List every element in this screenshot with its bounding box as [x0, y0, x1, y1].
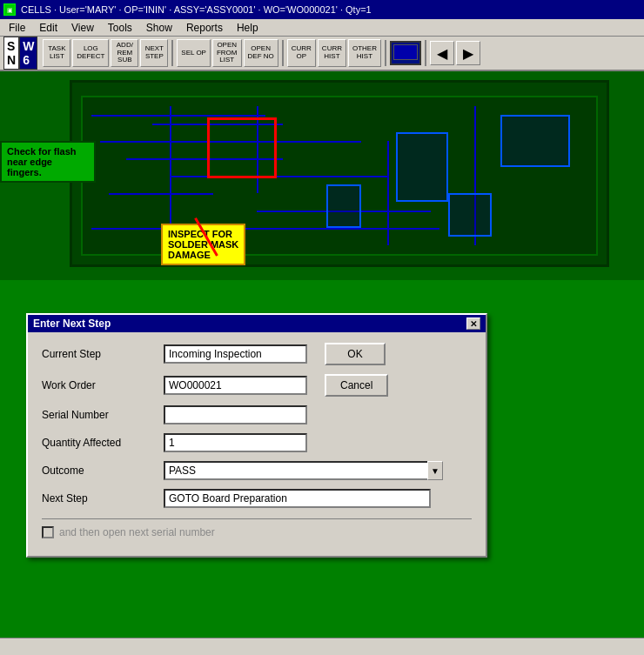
- menu-help[interactable]: Help: [230, 20, 265, 36]
- ok-button[interactable]: OK: [325, 343, 386, 365]
- toolbar-sep-1: [171, 40, 173, 66]
- next-step-button[interactable]: NEXTSTEP: [140, 39, 168, 67]
- current-step-row: Current Step Incoming Inspection OK: [42, 343, 472, 365]
- outcome-row: Outcome PASS ▼: [42, 461, 472, 480]
- curr-op-button[interactable]: CURROP: [287, 39, 316, 67]
- dialog-close-button[interactable]: ✕: [466, 317, 480, 330]
- cancel-button[interactable]: Cancel: [325, 374, 388, 397]
- enter-next-step-dialog: Enter Next Step ✕ Current Step Incoming …: [26, 313, 487, 558]
- toolbar-sep-4: [425, 40, 426, 66]
- logo-sn: SN: [3, 37, 19, 70]
- serial-number-input[interactable]: [164, 405, 307, 424]
- pcb-highlight-rect: [207, 117, 277, 178]
- current-step-label: Current Step: [42, 348, 164, 360]
- monitor-screen: [393, 44, 418, 60]
- serial-number-label: Serial Number: [42, 409, 164, 421]
- quantity-row: Quantity Affected: [42, 433, 472, 452]
- open-def-no-button[interactable]: OPENDEF NO: [244, 39, 278, 67]
- current-step-value: Incoming Inspection: [164, 344, 307, 364]
- open-next-serial-checkbox[interactable]: [42, 526, 54, 538]
- task-list-button[interactable]: TASKLIST: [43, 39, 70, 67]
- button-col-2: Cancel: [325, 374, 388, 397]
- checkbox-wrap: and then open next serial number: [42, 526, 215, 538]
- app-icon: ▣: [3, 3, 16, 16]
- annotation-green: Check for flash near edge fingers.: [0, 141, 96, 183]
- logo-wo: W6: [19, 37, 37, 70]
- outcome-dropdown-wrap: PASS ▼: [164, 461, 443, 480]
- ic-component-1: [396, 132, 448, 202]
- toolbar: SN W6 TASKLIST LOGDEFECT ADD/REMSUB NEXT…: [0, 37, 644, 71]
- checkbox-row: and then open next serial number: [42, 518, 472, 545]
- work-order-label: Work Order: [42, 379, 164, 391]
- quantity-label: Quantity Affected: [42, 437, 164, 449]
- menu-edit[interactable]: Edit: [32, 20, 64, 36]
- trace-v-3: [387, 141, 389, 245]
- monitor-icon: [390, 41, 421, 65]
- forward-arrow-button[interactable]: ▶: [456, 41, 480, 65]
- app-logo: SN W6: [3, 37, 37, 70]
- outcome-label: Outcome: [42, 465, 164, 477]
- pcb-board: [70, 80, 609, 267]
- open-from-list-button[interactable]: OPENFROMLIST: [212, 39, 242, 67]
- toolbar-sep-3: [385, 40, 386, 66]
- dialog-title: Enter Next Step: [33, 317, 111, 330]
- toolbar-sep-2: [282, 40, 284, 66]
- work-order-value: WO000021: [164, 376, 307, 395]
- menu-file[interactable]: File: [2, 20, 32, 36]
- serial-number-row: Serial Number: [42, 405, 472, 424]
- menu-tools[interactable]: Tools: [101, 20, 139, 36]
- outcome-dropdown-arrow[interactable]: ▼: [427, 461, 443, 480]
- title-bar: ▣ CELLS · User='MARY' · OP='ININ' · ASSY…: [0, 0, 644, 19]
- trace-5: [170, 176, 387, 177]
- status-bar: [0, 638, 644, 655]
- menu-reports[interactable]: Reports: [179, 20, 230, 36]
- ic-component-3: [500, 115, 570, 167]
- trace-6: [109, 193, 213, 195]
- dialog-content: Current Step Incoming Inspection OK Work…: [28, 332, 486, 556]
- trace-1: [91, 115, 265, 117]
- next-step-label: Next Step: [42, 492, 164, 505]
- sel-op-button[interactable]: SEL OP: [177, 39, 211, 67]
- checkbox-label: and then open next serial number: [59, 526, 215, 538]
- other-hist-button[interactable]: OTHERHIST: [348, 39, 381, 67]
- menu-show[interactable]: Show: [139, 20, 179, 36]
- work-order-row: Work Order WO000021 Cancel: [42, 374, 472, 397]
- add-rem-sub-button[interactable]: ADD/REMSUB: [111, 39, 138, 67]
- button-col: OK: [325, 343, 386, 365]
- quantity-input[interactable]: [164, 433, 307, 452]
- ic-component-2: [326, 184, 361, 228]
- ic-component-4: [448, 193, 492, 237]
- menu-view[interactable]: View: [64, 20, 101, 36]
- dialog-titlebar: Enter Next Step ✕: [28, 315, 486, 332]
- next-step-value: GOTO Board Preparation: [164, 489, 431, 508]
- outcome-value: PASS: [169, 465, 196, 477]
- back-arrow-button[interactable]: ◀: [430, 41, 454, 65]
- pcb-inner: [81, 96, 598, 256]
- next-step-row: Next Step GOTO Board Preparation: [42, 489, 472, 508]
- log-defect-button[interactable]: LOGDEFECT: [72, 39, 109, 67]
- curr-hist-button[interactable]: CURRHIST: [318, 39, 346, 67]
- pcb-area: Check for flash near edge fingers. INSPE…: [0, 71, 644, 280]
- title-text: CELLS · User='MARY' · OP='ININ' · ASSY='…: [21, 4, 372, 15]
- menu-bar: File Edit View Tools Show Reports Help: [0, 19, 644, 37]
- outcome-dropdown-field[interactable]: PASS: [164, 461, 429, 480]
